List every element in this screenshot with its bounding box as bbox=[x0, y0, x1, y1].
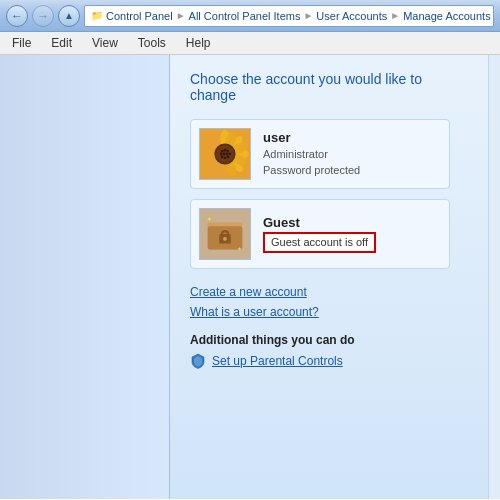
address-bar: 📁 Control Panel ► All Control Panel Item… bbox=[84, 5, 494, 27]
what-is-account-link[interactable]: What is a user account? bbox=[190, 305, 468, 319]
svg-text:✦: ✦ bbox=[237, 246, 242, 252]
menu-help[interactable]: Help bbox=[180, 34, 217, 52]
up-button[interactable]: ▲ bbox=[58, 5, 80, 27]
back-button[interactable]: ← bbox=[6, 5, 28, 27]
svg-point-15 bbox=[223, 153, 226, 156]
right-panel-hint bbox=[488, 55, 500, 499]
links-section: Create a new account What is a user acco… bbox=[190, 285, 468, 319]
address-part-2: All Control Panel Items bbox=[189, 10, 301, 22]
svg-point-25 bbox=[223, 237, 227, 241]
shield-icon bbox=[190, 353, 206, 369]
account-name-user: user bbox=[263, 130, 441, 145]
page-title: Choose the account you would like to cha… bbox=[190, 71, 468, 103]
avatar-user bbox=[199, 128, 251, 180]
menu-tools[interactable]: Tools bbox=[132, 34, 172, 52]
svg-point-14 bbox=[220, 153, 223, 156]
svg-point-11 bbox=[221, 150, 224, 153]
breadcrumb-icon: 📁 bbox=[91, 10, 103, 21]
account-info-guest: Guest Guest account is off bbox=[263, 215, 441, 253]
title-bar: ← → ▲ 📁 Control Panel ► All Control Pane… bbox=[0, 0, 500, 32]
account-detail-user-2: Password protected bbox=[263, 163, 441, 178]
content-area: Choose the account you would like to cha… bbox=[170, 55, 488, 499]
account-card-user[interactable]: user Administrator Password protected bbox=[190, 119, 450, 189]
svg-text:✦: ✦ bbox=[206, 215, 213, 224]
menu-edit[interactable]: Edit bbox=[45, 34, 78, 52]
menu-view[interactable]: View bbox=[86, 34, 124, 52]
avatar-guest: ✦ ✦ bbox=[199, 208, 251, 260]
create-account-link[interactable]: Create a new account bbox=[190, 285, 468, 299]
left-sidebar bbox=[0, 55, 170, 499]
account-detail-user-1: Administrator bbox=[263, 147, 441, 162]
address-part-1: Control Panel bbox=[106, 10, 173, 22]
menu-bar: File Edit View Tools Help bbox=[0, 32, 500, 55]
guest-status-badge: Guest account is off bbox=[263, 232, 376, 253]
additional-title: Additional things you can do bbox=[190, 333, 468, 347]
svg-point-17 bbox=[228, 153, 231, 156]
svg-point-19 bbox=[224, 156, 227, 159]
account-info-user: user Administrator Password protected bbox=[263, 130, 441, 178]
menu-file[interactable]: File bbox=[6, 34, 37, 52]
svg-point-20 bbox=[226, 155, 229, 158]
parental-controls-link[interactable]: Set up Parental Controls bbox=[212, 354, 343, 368]
account-detail-guest: Guest account is off bbox=[263, 232, 441, 253]
account-name-guest: Guest bbox=[263, 215, 441, 230]
svg-point-18 bbox=[221, 155, 224, 158]
svg-point-16 bbox=[225, 153, 228, 156]
account-card-guest[interactable]: ✦ ✦ Guest Guest account is off bbox=[190, 199, 450, 269]
svg-point-12 bbox=[224, 149, 227, 152]
address-part-4: Manage Accounts bbox=[403, 10, 490, 22]
address-part-3: User Accounts bbox=[316, 10, 387, 22]
forward-button[interactable]: → bbox=[32, 5, 54, 27]
parental-controls-item[interactable]: Set up Parental Controls bbox=[190, 353, 468, 369]
main-area: Choose the account you would like to cha… bbox=[0, 55, 500, 499]
svg-point-13 bbox=[226, 150, 229, 153]
additional-section: Additional things you can do Set up Pare… bbox=[190, 333, 468, 369]
